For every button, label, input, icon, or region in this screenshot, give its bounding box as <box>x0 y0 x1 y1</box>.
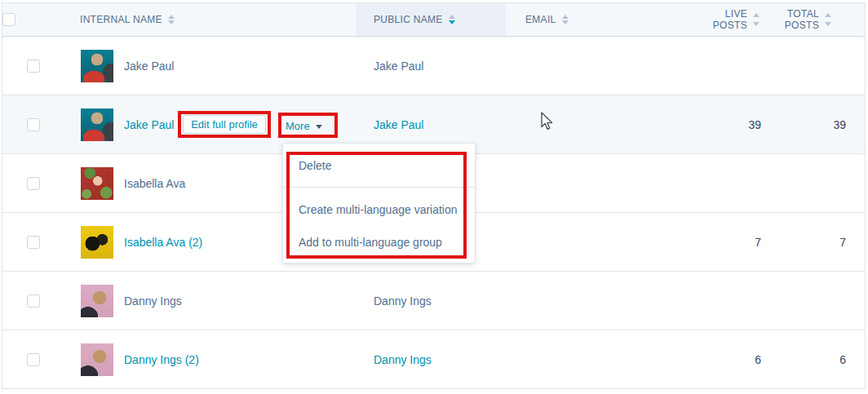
email-cell <box>506 330 680 388</box>
column-header-live[interactable]: LIVEPOSTS <box>680 3 769 36</box>
internal-name: Jake Paul <box>124 60 174 73</box>
live-posts-cell: 6 <box>680 330 769 388</box>
public-name: Jake Paul <box>374 60 423 73</box>
live-posts-value: 6 <box>755 353 761 366</box>
row-checkbox[interactable] <box>27 177 40 190</box>
public-name-cell: Jake Paul <box>356 37 506 95</box>
public-name-cell: Danny Ings <box>356 272 506 330</box>
sort-icons <box>168 15 175 24</box>
sort-up-icon <box>825 13 831 17</box>
internal-name: Isabella Ava <box>124 177 185 190</box>
total-posts-value: 39 <box>833 118 846 131</box>
live-posts-cell: 39 <box>680 95 769 153</box>
column-header-total[interactable]: TOTALPOSTS <box>769 3 861 36</box>
mouse-cursor-icon <box>538 112 555 131</box>
blog-authors-table-screen: INTERNAL NAMEPUBLIC NAMEEMAILLIVEPOSTSTO… <box>0 0 868 394</box>
total-posts-cell <box>769 37 861 95</box>
total-posts-cell: 6 <box>769 330 861 388</box>
internal-name: Danny Ings <box>124 294 182 308</box>
annotation-box-edit-full-profile <box>178 111 271 138</box>
email-cell <box>506 272 680 330</box>
total-posts-cell <box>769 272 861 330</box>
email-cell <box>506 95 680 153</box>
table-row: Jake PaulJake Paul <box>2 37 865 95</box>
live-posts-value: 7 <box>755 236 761 249</box>
internal-name[interactable]: Danny Ings (2) <box>124 353 199 366</box>
table-row: Danny Ings (2)Danny Ings66 <box>2 330 865 389</box>
column-header-label: LIVEPOSTS <box>713 8 747 31</box>
sort-up-icon <box>753 13 760 17</box>
sort-down-icon <box>825 22 831 26</box>
row-checkbox-cell <box>2 330 60 388</box>
row-checkbox[interactable] <box>27 118 40 131</box>
column-header-label: TOTALPOSTS <box>785 8 819 31</box>
table-row: Danny IngsDanny Ings <box>2 272 865 330</box>
row-checkbox-cell <box>2 272 60 330</box>
sort-down-icon <box>753 22 760 26</box>
row-checkbox-cell <box>2 213 60 271</box>
column-header-email[interactable]: EMAIL <box>506 3 680 36</box>
row-checkbox[interactable] <box>27 353 40 366</box>
column-header-label: PUBLIC NAME <box>374 14 443 25</box>
sort-icons <box>753 13 760 26</box>
avatar-danny-ings <box>81 343 113 376</box>
live-posts-cell <box>680 154 769 212</box>
public-name: Danny Ings <box>374 294 432 308</box>
select-all-checkbox[interactable] <box>2 13 16 26</box>
total-posts-value: 6 <box>839 353 846 366</box>
sort-down-icon <box>168 20 175 24</box>
live-posts-cell <box>680 37 769 95</box>
public-name-cell: Danny Ings <box>356 330 506 388</box>
total-posts-cell <box>769 154 861 212</box>
email-cell <box>506 154 680 212</box>
sort-down-icon <box>562 20 569 24</box>
sort-icons <box>562 15 569 24</box>
internal-name[interactable]: Isabella Ava (2) <box>124 236 202 249</box>
sort-up-icon <box>562 15 569 19</box>
sort-up-icon <box>168 15 175 19</box>
header-checkbox-cell <box>2 3 60 36</box>
column-header-public[interactable]: PUBLIC NAME <box>356 3 506 36</box>
total-posts-cell: 39 <box>769 95 861 153</box>
sort-icons <box>825 13 831 26</box>
sort-down-icon <box>449 20 455 24</box>
total-posts-value: 7 <box>839 236 846 249</box>
avatar-danny-ings <box>81 285 113 317</box>
row-checkbox-cell <box>2 37 60 95</box>
internal-name-cell: Danny Ings (2) <box>60 330 356 388</box>
internal-name[interactable]: Jake Paul <box>124 118 174 131</box>
live-posts-value: 39 <box>748 118 761 131</box>
public-name: Jake Paul <box>374 118 423 131</box>
annotation-box-dropdown-menu <box>286 152 467 259</box>
column-header-label: INTERNAL NAME <box>80 14 162 25</box>
row-checkbox[interactable] <box>27 294 40 308</box>
row-checkbox[interactable] <box>27 236 40 249</box>
row-checkbox-cell <box>2 95 60 153</box>
sort-up-icon <box>449 15 455 19</box>
column-header-label: EMAIL <box>525 14 556 25</box>
live-posts-cell <box>680 272 769 330</box>
row-checkbox-cell <box>2 154 60 212</box>
email-cell <box>506 213 680 271</box>
public-name: Danny Ings <box>374 353 432 366</box>
row-checkbox[interactable] <box>27 60 40 73</box>
internal-name-cell: Danny Ings <box>60 272 356 330</box>
column-header-internal[interactable]: INTERNAL NAME <box>60 3 356 36</box>
table-header: INTERNAL NAMEPUBLIC NAMEEMAILLIVEPOSTSTO… <box>2 3 865 37</box>
avatar-isabella-ava <box>81 167 113 200</box>
avatar-jake-paul <box>81 50 113 82</box>
annotation-box-more-button <box>278 113 338 138</box>
avatar-jake-paul <box>81 108 113 141</box>
internal-name-cell: Jake Paul <box>60 37 356 95</box>
avatar-headphones <box>81 226 113 259</box>
total-posts-cell: 7 <box>769 213 861 271</box>
email-cell <box>506 37 680 95</box>
sort-icons <box>449 15 455 24</box>
live-posts-cell: 7 <box>680 213 769 271</box>
